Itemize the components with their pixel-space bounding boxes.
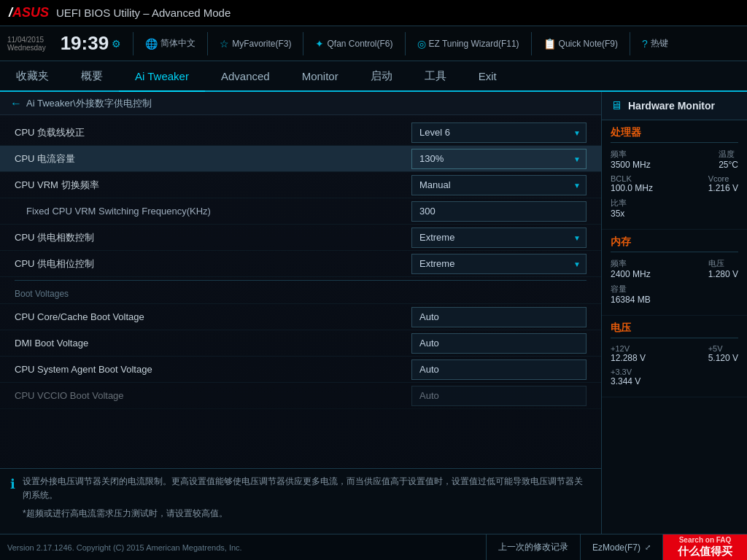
bios-title: UEFI BIOS Utility – Advanced Mode	[56, 7, 231, 19]
setting-fixed-vrm-freq[interactable]: Fixed CPU VRM Switching Frequency(KHz)	[0, 198, 601, 225]
boot-voltages-label: Boot Voltages	[15, 289, 587, 299]
hotkeys-label: 热键	[651, 37, 668, 50]
info-text-block: 设置外接电压调节器关闭的电流限制。更高设置值能够使电压调节器供应更多电流，而当供…	[23, 475, 591, 528]
info-panel: ℹ 设置外接电压调节器关闭的电流限制。更高设置值能够使电压调节器供应更多电流，而…	[0, 468, 601, 534]
5v-value: 5.120 V	[708, 353, 738, 363]
tab-boot[interactable]: 启动	[355, 61, 409, 90]
setting-cpu-load-line[interactable]: CPU 负载线校正 Level 6 ▼	[0, 120, 601, 146]
cpu-current-cap-value[interactable]: 130% ▼	[411, 149, 587, 169]
tab-overview[interactable]: 概要	[65, 61, 119, 90]
ratio-block: 比率 35x	[611, 198, 627, 219]
cpu-vrm-freq-label: CPU VRM 切换频率	[15, 179, 411, 192]
language-item[interactable]: 🌐 简体中文	[145, 37, 196, 50]
cpu-phase-ctrl-value[interactable]: Extreme ▼	[411, 228, 587, 248]
hw-row-ratio: 比率 35x	[611, 198, 738, 219]
qfan-label: Qfan Control(F6)	[327, 39, 392, 49]
vcore-block: Vcore 1.216 V	[708, 174, 738, 193]
dmi-boot-v-value[interactable]	[411, 333, 587, 354]
setting-cpu-phase-ctrl[interactable]: CPU 供电相数控制 Extreme ▼	[0, 225, 601, 251]
divider6	[630, 32, 630, 55]
setting-cpu-core-boot-v[interactable]: CPU Core/Cache Boot Voltage	[0, 304, 601, 330]
version-text: Version 2.17.1246. Copyright (C) 2015 Am…	[7, 543, 242, 552]
tab-tools[interactable]: 工具	[409, 61, 462, 90]
mem-size-block: 容量 16384 MB	[611, 284, 651, 305]
myfavorite-label: MyFavorite(F3)	[232, 39, 291, 49]
hw-row-freq-temp: 频率 3500 MHz 温度 25°C	[611, 149, 738, 170]
dmi-boot-v-input[interactable]	[411, 333, 587, 354]
cpu-sa-boot-v-value[interactable]	[411, 359, 587, 380]
cpu-phase-ctrl-dropdown[interactable]: Extreme ▼	[411, 228, 587, 248]
cpu-core-boot-v-input[interactable]	[411, 307, 587, 327]
qfan-item[interactable]: ✦ Qfan Control(F6)	[315, 38, 392, 50]
cpu-phase-pos-value[interactable]: Extreme ▼	[411, 254, 587, 274]
hw-row-mem-freq-volt: 频率 2400 MHz 电压 1.280 V	[611, 258, 738, 279]
nav-bar: 收藏夹 概要 Ai Tweaker Advanced Monitor 启动 工具…	[0, 61, 747, 92]
divider2	[207, 32, 208, 55]
bclk-block: BCLK 100.0 MHz	[611, 174, 653, 193]
hotkeys-item[interactable]: ? 热键	[642, 37, 668, 50]
myfavorite-item[interactable]: ☆ MyFavorite(F3)	[220, 38, 291, 50]
cpu-core-boot-v-label: CPU Core/Cache Boot Voltage	[15, 311, 411, 322]
setting-cpu-current-cap[interactable]: CPU 电流容量 130% ▼	[0, 146, 601, 172]
5v-block: +5V 5.120 V	[708, 344, 738, 363]
12v-block: +12V 12.288 V	[611, 344, 646, 363]
memory-title: 内存	[611, 236, 738, 252]
temp-block: 温度 25°C	[719, 149, 738, 170]
back-arrow[interactable]: ←	[10, 97, 22, 110]
fan-icon: ✦	[315, 38, 324, 50]
tab-favorites[interactable]: 收藏夹	[0, 61, 65, 90]
tab-exit[interactable]: Exit	[462, 61, 513, 90]
hw-row-33v: +3.3V 3.344 V	[611, 368, 738, 386]
setting-dmi-boot-v[interactable]: DMI Boot Voltage	[0, 330, 601, 357]
fixed-vrm-freq-label: Fixed CPU VRM Switching Frequency(KHz)	[15, 206, 411, 217]
tab-aitweaker[interactable]: Ai Tweaker	[119, 61, 205, 92]
tab-monitor[interactable]: Monitor	[286, 61, 355, 90]
date-line2: Wednesday	[7, 44, 46, 52]
cpu-phase-pos-label: CPU 供电相位控制	[15, 257, 411, 271]
header-bar: /ASUS UEFI BIOS Utility – Advanced Mode	[0, 0, 747, 26]
quicknote-item[interactable]: 📋 Quick Note(F9)	[543, 38, 618, 50]
mem-size-label: 容量	[611, 284, 651, 295]
setting-cpu-vrm-freq[interactable]: CPU VRM 切换频率 Manual ▼	[0, 172, 601, 198]
gear-icon[interactable]: ⚙	[112, 38, 121, 50]
hw-monitor-title: Hardware Monitor	[628, 100, 715, 112]
setting-cpu-phase-pos[interactable]: CPU 供电相位控制 Extreme ▼	[0, 251, 601, 277]
asus-logo: /ASUS	[9, 5, 49, 20]
search-top-label: Search on FAQ	[679, 536, 732, 544]
note-icon: 📋	[543, 38, 556, 50]
eztuning-item[interactable]: ◎ EZ Tuning Wizard(F11)	[417, 38, 519, 50]
setting-cpu-vccio-boot-v[interactable]: CPU VCCIO Boot Voltage	[0, 383, 601, 409]
cpu-load-line-dropdown[interactable]: Level 6 ▼	[411, 122, 587, 143]
ezmode-label: EzMode(F7)	[592, 542, 640, 553]
tab-advanced[interactable]: Advanced	[205, 61, 286, 90]
last-modified-btn[interactable]: 上一次的修改记录	[486, 534, 580, 560]
cpu-vrm-freq-dropdown[interactable]: Manual ▼	[411, 175, 587, 195]
ezmode-btn[interactable]: EzMode(F7) ⤢	[580, 534, 662, 560]
language-icon: 🌐	[145, 38, 158, 50]
fixed-vrm-freq-value[interactable]	[411, 201, 587, 222]
setting-cpu-sa-boot-v[interactable]: CPU System Agent Boot Voltage	[0, 357, 601, 383]
mem-freq-value: 2400 MHz	[611, 269, 651, 279]
fixed-vrm-freq-input[interactable]	[411, 201, 587, 222]
dropdown-arrow3: ▼	[573, 181, 581, 189]
cpu-phase-ctrl-label: CPU 供电相数控制	[15, 231, 411, 244]
mem-freq-block: 频率 2400 MHz	[611, 258, 651, 279]
cpu-vccio-boot-v-value[interactable]	[411, 386, 587, 406]
cpu-phase-pos-dropdown[interactable]: Extreme ▼	[411, 254, 587, 274]
cpu-sa-boot-v-input[interactable]	[411, 359, 587, 380]
hotkeys-icon: ?	[642, 38, 648, 50]
processor-title: 处理器	[611, 126, 738, 143]
datetime-display: 11/04/2015 Wednesday	[7, 36, 46, 52]
search-faq-btn[interactable]: Search on FAQ 什么值得买	[662, 534, 747, 560]
divider5	[531, 32, 532, 55]
cpu-core-boot-v-value[interactable]	[411, 307, 587, 327]
dropdown-arrow2: ▼	[573, 155, 581, 163]
cpu-current-cap-dropdown[interactable]: 130% ▼	[411, 149, 587, 169]
date-line1: 11/04/2015	[7, 36, 46, 44]
cpu-load-line-value[interactable]: Level 6 ▼	[411, 122, 587, 143]
quicknote-label: Quick Note(F9)	[559, 39, 618, 49]
ratio-value: 35x	[611, 209, 627, 219]
bottom-right: 上一次的修改记录 EzMode(F7) ⤢ Search on FAQ 什么值得…	[486, 534, 747, 560]
cpu-vccio-boot-v-input[interactable]	[411, 386, 587, 406]
cpu-vrm-freq-value[interactable]: Manual ▼	[411, 175, 587, 195]
